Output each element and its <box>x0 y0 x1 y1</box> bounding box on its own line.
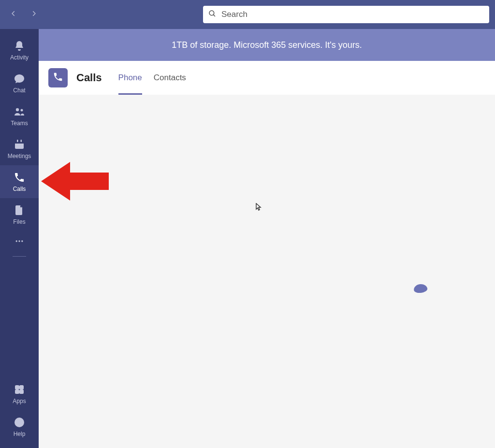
sidebar-item-apps[interactable]: Apps <box>0 377 39 410</box>
svg-point-3 <box>21 109 23 112</box>
phone-icon <box>13 171 26 184</box>
svg-rect-11 <box>15 386 19 389</box>
calendar-icon <box>13 138 26 151</box>
search-icon <box>208 9 217 20</box>
sidebar-item-label: Help <box>14 431 26 437</box>
svg-rect-5 <box>15 141 24 144</box>
people-icon <box>13 105 26 118</box>
svg-point-10 <box>21 240 23 242</box>
banner-text: 1TB of storage. Microsoft 365 services. … <box>172 40 362 50</box>
page-content <box>39 95 495 448</box>
tab-contacts[interactable]: Contacts <box>154 61 186 95</box>
sidebar-item-activity[interactable]: Activity <box>0 34 39 67</box>
svg-point-9 <box>18 240 20 242</box>
phone-icon <box>53 72 63 84</box>
svg-rect-13 <box>15 390 19 393</box>
tab-label: Contacts <box>154 73 186 83</box>
chat-icon <box>13 72 26 85</box>
nav-arrows <box>8 9 40 20</box>
sidebar-item-teams[interactable]: Teams <box>0 100 39 132</box>
sidebar-item-calls[interactable]: Calls <box>0 165 39 198</box>
page-tabs: Phone Contacts <box>118 61 186 95</box>
promo-banner[interactable]: 1TB of storage. Microsoft 365 services. … <box>39 29 495 61</box>
sidebar-item-label: Files <box>13 218 25 225</box>
svg-point-0 <box>209 11 214 15</box>
chevron-left-icon <box>10 10 17 19</box>
nav-forward-button[interactable] <box>28 9 40 20</box>
page-icon <box>48 68 68 87</box>
sidebar-item-meetings[interactable]: Meetings <box>0 132 39 165</box>
page-header: Calls Phone Contacts <box>39 61 495 95</box>
help-icon <box>13 416 26 429</box>
nav-back-button[interactable] <box>8 9 19 20</box>
chevron-right-icon <box>30 10 37 19</box>
sidebar-item-files[interactable]: Files <box>0 198 39 231</box>
sidebar-more-button[interactable] <box>0 232 39 252</box>
sidebar-item-label: Activity <box>10 54 29 61</box>
main-area: 1TB of storage. Microsoft 365 services. … <box>39 29 495 448</box>
bell-icon <box>13 40 26 52</box>
svg-rect-7 <box>21 140 22 142</box>
tab-phone[interactable]: Phone <box>118 61 142 95</box>
search-bar[interactable] <box>203 6 489 23</box>
ellipsis-icon <box>15 236 24 248</box>
svg-rect-6 <box>17 140 18 142</box>
sidebar: Activity Chat Teams Meetings <box>0 29 39 448</box>
sidebar-item-help[interactable]: Help <box>0 410 39 443</box>
sidebar-item-label: Apps <box>13 398 26 405</box>
titlebar <box>0 0 495 29</box>
svg-point-16 <box>19 424 20 425</box>
svg-line-1 <box>213 14 215 16</box>
sidebar-item-chat[interactable]: Chat <box>0 67 39 100</box>
file-icon <box>13 204 26 217</box>
svg-rect-12 <box>20 386 23 389</box>
tab-label: Phone <box>118 73 142 83</box>
sidebar-item-label: Meetings <box>8 153 31 159</box>
apps-icon <box>13 383 26 396</box>
svg-point-2 <box>16 108 19 111</box>
sidebar-item-label: Teams <box>11 120 28 127</box>
page-title: Calls <box>76 72 102 84</box>
search-input[interactable] <box>221 10 484 19</box>
svg-rect-14 <box>20 390 23 393</box>
sidebar-item-label: Calls <box>13 186 26 192</box>
svg-point-8 <box>16 240 17 242</box>
sidebar-item-label: Chat <box>13 87 25 94</box>
sidebar-divider <box>13 256 26 257</box>
